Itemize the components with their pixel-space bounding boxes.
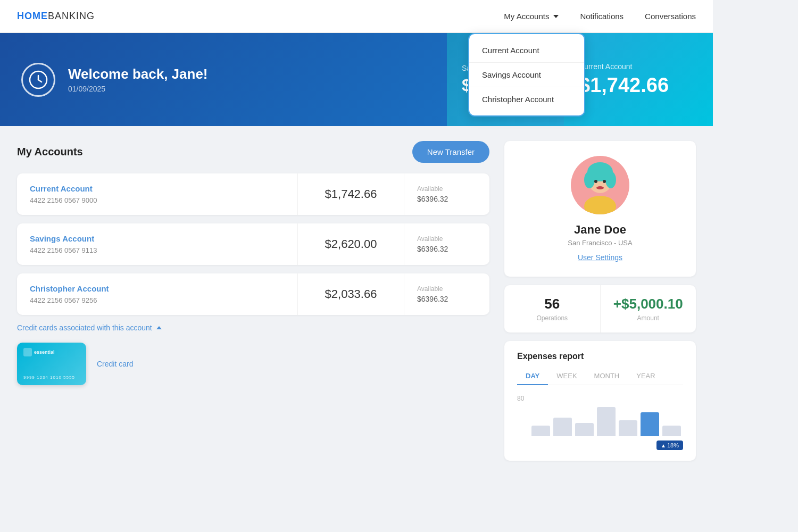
current-amount: $1,742.66 [579, 74, 698, 97]
nav-my-accounts[interactable]: My Accounts [504, 12, 559, 21]
svg-point-8 [605, 171, 616, 188]
account-balance-savings: $2,620.00 [298, 223, 404, 265]
svg-point-9 [594, 180, 597, 183]
credit-card-image: essential 9999 1234 1010 5555 [17, 343, 86, 385]
stats-row: 56 Operations +$5,000.10 Amount [504, 285, 696, 332]
operations-label: Operations [513, 314, 592, 322]
nav-notifications[interactable]: Notifications [580, 12, 624, 21]
chevron-down-icon [553, 15, 559, 18]
dropdown-item-christopher[interactable]: Christopher Account [469, 87, 584, 111]
avatar [571, 156, 629, 214]
account-balance-current: $1,742.66 [298, 173, 404, 215]
credit-cards-toggle[interactable]: Credit cards associated with this accoun… [17, 323, 489, 332]
profile-card: Jane Doe San Francisco - USA User Settin… [504, 141, 696, 277]
svg-point-10 [603, 180, 606, 183]
pct-value: 18% [667, 442, 679, 448]
main-content: My Accounts New Transfer Current Account… [0, 126, 713, 476]
account-card-christopher: Christopher Account 4422 2156 0567 9256 … [17, 273, 489, 315]
tab-month[interactable]: MONTH [586, 369, 628, 385]
stat-operations: 56 Operations [504, 285, 601, 332]
bar-1 [531, 426, 550, 436]
account-name-christopher: Christopher Account [30, 284, 285, 293]
account-number-savings: 4422 2156 0567 9113 [30, 246, 285, 254]
percentage-container: ▲ 18% [517, 440, 683, 450]
logo-brand: HOME [17, 11, 48, 21]
chart-bars [529, 394, 683, 436]
svg-point-7 [584, 171, 595, 188]
account-available-christopher: Available $6396.32 [404, 273, 489, 315]
bar-7 [662, 426, 681, 436]
amount-label: Amount [609, 314, 688, 322]
amount-value: +$5,000.10 [609, 296, 688, 312]
section-header: My Accounts New Transfer [17, 141, 489, 163]
account-card-savings: Savings Account 4422 2156 0567 9113 $2,6… [17, 223, 489, 265]
pct-arrow-icon: ▲ [661, 443, 666, 448]
expenses-tabs: DAY WEEK MONTH YEAR [517, 369, 683, 385]
profile-name: Jane Doe [517, 223, 683, 237]
new-transfer-button[interactable]: New Transfer [412, 141, 489, 163]
nav-conversations[interactable]: Conversations [645, 12, 696, 21]
logo-suffix: BANKING [48, 11, 95, 21]
operations-value: 56 [513, 296, 592, 312]
hero-welcome-section: Welcome back, Jane! 01/09/2025 [0, 33, 447, 126]
bar-5 [619, 420, 637, 436]
account-number-current: 4422 2156 0567 9000 [30, 196, 285, 204]
nav: My Accounts Notifications Conversations [504, 12, 696, 21]
hero-welcome-text: Welcome back, Jane! 01/09/2025 [68, 66, 208, 93]
bar-2 [553, 418, 572, 436]
accounts-dropdown: Current Account Savings Account Christop… [468, 33, 585, 117]
expenses-title: Expenses report [517, 352, 683, 361]
card-logo-icon [23, 348, 32, 356]
dropdown-item-savings[interactable]: Savings Account [469, 63, 584, 87]
bar-6 [641, 412, 659, 436]
chevron-up-icon [156, 326, 162, 329]
hero-banner: Welcome back, Jane! 01/09/2025 Savings $… [0, 33, 713, 126]
tab-week[interactable]: WEEK [548, 369, 585, 385]
account-name-savings: Savings Account [30, 234, 285, 243]
account-available-savings: Available $6396.32 [404, 223, 489, 265]
account-info-christopher: Christopher Account 4422 2156 0567 9256 [17, 273, 298, 315]
credit-card-label: Credit card [97, 360, 133, 368]
account-info-current: Current Account 4422 2156 0567 9000 [17, 173, 298, 215]
percentage-badge: ▲ 18% [656, 440, 683, 450]
card-number-display: 9999 1234 1010 5555 [23, 375, 80, 380]
stat-amount: +$5,000.10 Amount [601, 285, 696, 332]
card-logo: essential [23, 348, 80, 356]
current-label: Current Account [579, 62, 698, 71]
clock-icon [21, 63, 55, 97]
account-info-savings: Savings Account 4422 2156 0567 9113 [17, 223, 298, 265]
header: HOMEBANKING My Accounts Notifications Co… [0, 0, 713, 33]
welcome-message: Welcome back, Jane! [68, 66, 208, 82]
hero-date: 01/09/2025 [68, 85, 208, 93]
account-balance-christopher: $2,033.66 [298, 273, 404, 315]
chart-container: 80 [517, 394, 683, 436]
svg-line-2 [38, 80, 41, 82]
profile-location: San Francisco - USA [517, 239, 683, 247]
dropdown-item-current[interactable]: Current Account [469, 38, 584, 63]
svg-point-11 [596, 186, 604, 189]
account-number-christopher: 4422 2156 0567 9256 [30, 296, 285, 304]
expenses-card: Expenses report DAY WEEK MONTH YEAR 80 [504, 341, 696, 461]
tab-year[interactable]: YEAR [628, 369, 663, 385]
bar-4 [597, 407, 616, 436]
right-panel: Jane Doe San Francisco - USA User Settin… [504, 141, 696, 461]
chart-y-axis: 80 [517, 394, 527, 436]
user-settings-link[interactable]: User Settings [517, 253, 683, 262]
bar-3 [575, 423, 594, 436]
credit-cards-link-label: Credit cards associated with this accoun… [17, 323, 152, 332]
hero-current-section: Current Account $1,742.66 [564, 33, 713, 126]
left-panel: My Accounts New Transfer Current Account… [17, 141, 489, 461]
account-card-current: Current Account 4422 2156 0567 9000 $1,7… [17, 173, 489, 215]
account-name-current: Current Account [30, 184, 285, 193]
logo: HOMEBANKING [17, 11, 95, 22]
tab-day[interactable]: DAY [517, 369, 548, 385]
my-accounts-title: My Accounts [17, 146, 83, 158]
credit-card-preview: essential 9999 1234 1010 5555 Credit car… [17, 343, 489, 385]
chart-y-label: 80 [517, 394, 524, 402]
account-available-current: Available $6396.32 [404, 173, 489, 215]
